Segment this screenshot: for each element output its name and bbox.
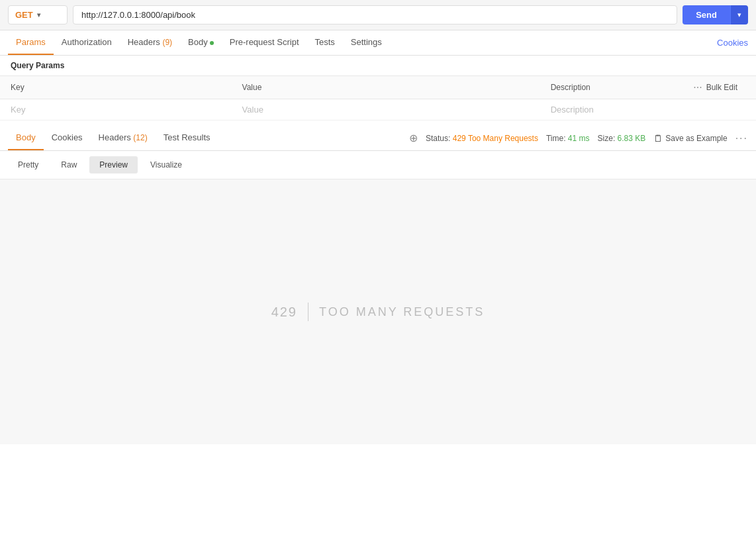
tab-tests[interactable]: Tests — [307, 30, 343, 55]
error-message: TOO MANY REQUESTS — [319, 305, 485, 319]
resp-tab-body[interactable]: Body — [8, 126, 44, 150]
response-body: 429 TOO MANY REQUESTS — [0, 179, 756, 444]
send-dropdown-button[interactable]: ▾ — [730, 5, 748, 24]
resp-tab-headers[interactable]: Headers (12) — [91, 126, 156, 150]
method-label: GET — [15, 10, 33, 20]
table-row: Key Value Description — [0, 99, 756, 121]
send-button-group: Send ▾ — [683, 5, 748, 24]
method-chevron-icon: ▾ — [37, 11, 40, 19]
cookies-link[interactable]: Cookies — [717, 31, 748, 54]
col-header-desc: Description ··· Bulk Edit — [540, 76, 756, 99]
view-tab-visualize[interactable]: Visualize — [140, 156, 192, 173]
response-tabs-bar: Body Cookies Headers (12) Test Results ⊕… — [0, 126, 756, 151]
resp-tab-cookies[interactable]: Cookies — [44, 126, 91, 150]
param-desc-input[interactable]: Description — [540, 99, 756, 121]
tab-headers[interactable]: Headers (9) — [120, 30, 180, 55]
error-display: 429 TOO MANY REQUESTS — [271, 303, 485, 321]
col-header-value: Value — [232, 76, 540, 99]
tab-params[interactable]: Params — [8, 30, 54, 55]
more-options-icon[interactable]: ··· — [735, 132, 748, 144]
request-tabs: Params Authorization Headers (9) Body Pr… — [0, 30, 756, 56]
error-divider — [308, 303, 308, 321]
query-params-label: Query Params — [0, 56, 756, 75]
view-tab-pretty[interactable]: Pretty — [8, 156, 48, 173]
size-label: Size: 6.83 KB — [598, 134, 646, 143]
tab-settings[interactable]: Settings — [343, 30, 390, 55]
view-tab-raw[interactable]: Raw — [51, 156, 87, 173]
time-label: Time: 41 ms — [546, 134, 590, 143]
url-input[interactable] — [73, 5, 677, 24]
tab-body[interactable]: Body — [180, 30, 222, 55]
view-tabs: Pretty Raw Preview Visualize — [0, 151, 756, 179]
view-tab-preview[interactable]: Preview — [89, 156, 138, 173]
status-label: Status: 429 Too Many Requests — [426, 134, 538, 143]
tab-pre-request[interactable]: Pre-request Script — [222, 30, 307, 55]
method-dropdown[interactable]: GET ▾ — [8, 5, 68, 24]
params-table: Key Value Description ··· Bulk Edit Key … — [0, 75, 756, 121]
error-code: 429 — [271, 305, 297, 320]
col-header-key: Key — [0, 76, 232, 99]
globe-icon: ⊕ — [409, 132, 418, 144]
param-value-input[interactable]: Value — [232, 99, 540, 121]
send-button[interactable]: Send — [683, 5, 730, 24]
param-key-input[interactable]: Key — [0, 99, 232, 121]
save-as-example-button[interactable]: 🗒 Save as Example — [653, 133, 727, 144]
save-icon: 🗒 — [653, 133, 663, 144]
top-bar: GET ▾ Send ▾ — [0, 0, 756, 30]
bulk-edit-dots-icon[interactable]: ··· — [693, 81, 702, 93]
response-status-area: ⊕ Status: 429 Too Many Requests Time: 41… — [409, 132, 748, 144]
resp-tab-test-results[interactable]: Test Results — [156, 126, 218, 150]
bulk-edit-button[interactable]: Bulk Edit — [706, 83, 737, 92]
tab-authorization[interactable]: Authorization — [54, 30, 120, 55]
